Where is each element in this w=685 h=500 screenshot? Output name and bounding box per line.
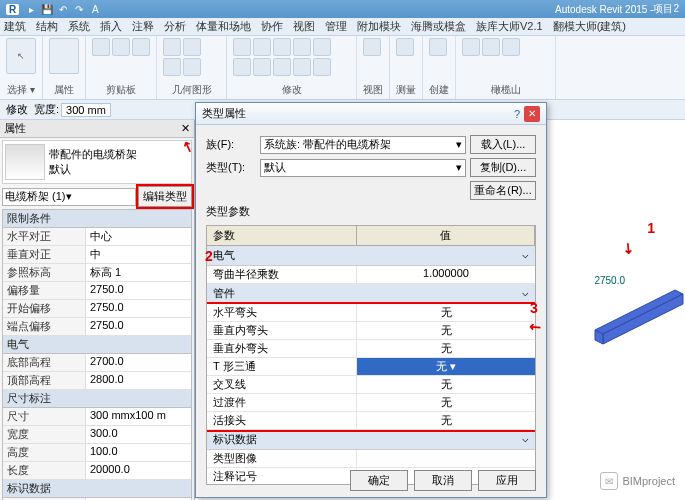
mod-icon4[interactable] [293, 38, 311, 56]
param-value[interactable]: 无 [357, 412, 535, 429]
mod-icon5[interactable] [313, 38, 331, 56]
tab-manage[interactable]: 管理 [325, 19, 347, 34]
load-button[interactable]: 载入(L)... [470, 135, 536, 154]
param-row[interactable]: 类型图像 [207, 450, 535, 468]
close-icon[interactable]: ✕ [181, 122, 190, 135]
prop-row[interactable]: 长度20000.0 [3, 462, 191, 480]
mod-icon3[interactable] [273, 38, 291, 56]
edit-type-button[interactable]: 编辑类型 [138, 186, 192, 207]
param-section[interactable]: 管件⌵ [207, 284, 535, 304]
paste-icon[interactable] [92, 38, 110, 56]
tab-mass[interactable]: 体量和场地 [196, 19, 251, 34]
mod-icon[interactable] [233, 38, 251, 56]
param-value[interactable]: 1.000000 [357, 266, 535, 283]
mod-icon10[interactable] [313, 58, 331, 76]
copy-icon[interactable] [132, 38, 150, 56]
prop-row[interactable]: 端点偏移2750.0 [3, 318, 191, 336]
create-icon[interactable] [429, 38, 447, 56]
geom-icon[interactable] [163, 38, 181, 56]
prop-value[interactable]: 2750.0 [85, 318, 191, 335]
bbox3d-icon[interactable] [462, 38, 480, 56]
tab-insert[interactable]: 插入 [100, 19, 122, 34]
tab-annotate[interactable]: 注释 [132, 19, 154, 34]
prop-value[interactable]: 300 mmx100 m [85, 408, 191, 425]
prop-value[interactable]: 300.0 [85, 426, 191, 443]
tab-collab[interactable]: 协作 [261, 19, 283, 34]
geom-icon4[interactable] [183, 58, 201, 76]
param-row[interactable]: 水平弯头无 [207, 304, 535, 322]
width-value[interactable]: 300 mm [61, 103, 111, 117]
prop-row[interactable]: 偏移量2750.0 [3, 282, 191, 300]
batchchg-icon[interactable] [502, 38, 520, 56]
apply-button[interactable]: 应用 [478, 470, 536, 491]
type-dropdown[interactable]: 默认▾ [260, 159, 466, 177]
qat-text-icon[interactable]: A [88, 2, 102, 16]
prop-value[interactable]: 2800.0 [85, 372, 191, 389]
qat-undo-icon[interactable]: ↶ [56, 2, 70, 16]
tab-ext1[interactable]: 海腾或模盒 [411, 19, 466, 34]
scope-dropdown[interactable]: 电缆桥架 (1)▾ [2, 188, 136, 206]
param-value[interactable]: 无 [357, 340, 535, 357]
prop-value[interactable]: 2750.0 [85, 282, 191, 299]
qat-redo-icon[interactable]: ↷ [72, 2, 86, 16]
help-icon[interactable]: ? [514, 108, 520, 120]
prop-row[interactable]: 顶部高程2800.0 [3, 372, 191, 390]
geom-icon3[interactable] [163, 58, 181, 76]
mod-icon9[interactable] [293, 58, 311, 76]
prop-row[interactable]: 宽度300.0 [3, 426, 191, 444]
tab-arch[interactable]: 建筑 [4, 19, 26, 34]
param-section[interactable]: 标识数据⌵ [207, 430, 535, 450]
mod-icon2[interactable] [253, 38, 271, 56]
mod-icon6[interactable] [233, 58, 251, 76]
param-value[interactable]: 无 ▾ [357, 358, 535, 375]
param-row[interactable]: 交叉线无 [207, 376, 535, 394]
ok-button[interactable]: 确定 [350, 470, 408, 491]
mod-icon7[interactable] [253, 58, 271, 76]
prop-row[interactable]: 开始偏移2750.0 [3, 300, 191, 318]
family-dropdown[interactable]: 系统族: 带配件的电缆桥架▾ [260, 136, 466, 154]
param-value[interactable]: 无 [357, 322, 535, 339]
prop-value[interactable]: 2750.0 [85, 300, 191, 317]
prop-value[interactable]: 100.0 [85, 444, 191, 461]
rename-button[interactable]: 重命名(R)... [470, 181, 536, 200]
prop-value[interactable]: 中 [85, 246, 191, 263]
qat-open-icon[interactable]: ▸ [24, 2, 38, 16]
cut-icon[interactable] [112, 38, 130, 56]
prop-row[interactable]: 底部高程2700.0 [3, 354, 191, 372]
prop-row[interactable]: 参照标高标高 1 [3, 264, 191, 282]
tab-addin[interactable]: 附加模块 [357, 19, 401, 34]
view-icon[interactable] [363, 38, 381, 56]
duplicate-button[interactable]: 复制(D)... [470, 158, 536, 177]
param-value[interactable] [357, 450, 535, 467]
tab-ext2[interactable]: 族库大师V2.1 [476, 19, 543, 34]
collapse-icon[interactable]: ⌵ [522, 432, 529, 447]
mod-icon8[interactable] [273, 58, 291, 76]
prop-value[interactable]: 20000.0 [85, 462, 191, 479]
param-value[interactable]: 无 [357, 304, 535, 321]
singlechg-icon[interactable] [482, 38, 500, 56]
tab-view[interactable]: 视图 [293, 19, 315, 34]
collapse-icon[interactable]: ⌵ [522, 248, 529, 263]
dialog-close-button[interactable]: ✕ [524, 106, 540, 122]
qat-save-icon[interactable]: 💾 [40, 2, 54, 16]
select-tool-icon[interactable]: ↖ [6, 38, 36, 74]
param-section[interactable]: 电气⌵ [207, 246, 535, 266]
param-value[interactable]: 无 [357, 376, 535, 393]
properties-icon[interactable] [49, 38, 79, 74]
param-row[interactable]: 过渡件无 [207, 394, 535, 412]
collapse-icon[interactable]: ⌵ [522, 286, 529, 301]
geom-icon2[interactable] [183, 38, 201, 56]
param-row[interactable]: 活接头无 [207, 412, 535, 430]
prop-row[interactable]: 高度100.0 [3, 444, 191, 462]
prop-value[interactable]: 标高 1 [85, 264, 191, 281]
param-row[interactable]: T 形三通无 ▾ [207, 358, 535, 376]
prop-value[interactable]: 中心 [85, 228, 191, 245]
param-value[interactable]: 无 [357, 394, 535, 411]
tab-system[interactable]: 系统 [68, 19, 90, 34]
param-row[interactable]: 垂直内弯头无 [207, 322, 535, 340]
prop-row[interactable]: 水平对正中心 [3, 228, 191, 246]
param-row[interactable]: 弯曲半径乘数1.000000 [207, 266, 535, 284]
tab-ext3[interactable]: 翻模大师(建筑) [553, 19, 626, 34]
tab-struct[interactable]: 结构 [36, 19, 58, 34]
prop-row[interactable]: 尺寸300 mmx100 m [3, 408, 191, 426]
